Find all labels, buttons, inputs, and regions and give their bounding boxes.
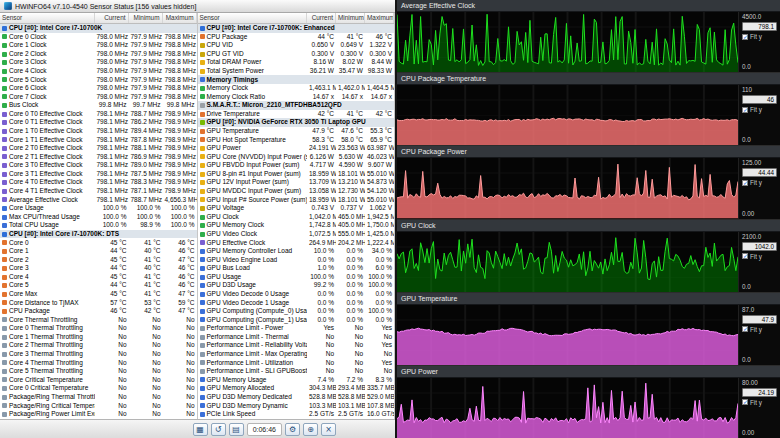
sensor-row[interactable]: GPU 12V Input Power (sum)13.709 W13.210 … [198,178,395,187]
sensor-row[interactable]: GPU FBVDD Input Power (sum)4.717 W4.590 … [198,161,395,170]
sensor-row[interactable]: Performance Limit - UtilizationNoNoYes [198,359,395,368]
sensor-row[interactable]: GPU Computing (Compute_1) Usage0.0 %0.0 … [198,316,395,325]
column-header-minimum[interactable]: Minimum [336,13,365,23]
sensor-row[interactable]: CPU GT VID0.300 V0.300 V0.300 V [198,50,395,59]
window-titlebar[interactable]: HWiNFO64 v7.10-4540 Sensor Status [156 v… [0,0,395,13]
fit-y-checkbox[interactable]: ✓ [742,399,748,405]
sensor-row[interactable]: Core 344 °C40 °C46 °C [0,264,197,273]
column-header-sensor[interactable]: Sensor [198,13,308,23]
sensor-row[interactable]: Core 0 T1 Effective Clock798.1 MHz786.2 … [0,118,197,127]
sensor-row[interactable]: Performance Limit - ThermalNoNoNo [198,333,395,342]
column-header-maximum[interactable]: Maximum [365,13,394,23]
settings-gear-button[interactable]: ⚙ [285,423,300,436]
sensor-row[interactable]: Performance Limit - Reliability VoltageN… [198,341,395,350]
fit-y-checkbox[interactable]: ✓ [742,34,748,40]
column-header-sensor[interactable]: Sensor [0,13,95,23]
sensor-group-row[interactable]: CPU [#0]: Intel Core i7-10700K: DTS [0,230,197,239]
sensor-row[interactable]: Core 5 Clock798.0 MHz797.9 MHz798.8 MHz [0,75,197,84]
sensor-row[interactable]: GPU Usage100.0 %0.0 %100.0 % [198,273,395,282]
sensor-row[interactable]: Total CPU Usage100.0 %98.9 %100.0 % [0,221,197,230]
sensor-row[interactable]: Core 3 Thermal ThrottlingNoNoNo [0,350,197,359]
sensor-row[interactable]: Core 1 Thermal ThrottlingNoNoNo [0,333,197,342]
sensor-row[interactable]: GPU Video Decode 1 Usage0.0 %0.0 %0.0 % [198,299,395,308]
sensor-row[interactable]: Package/Ring Thermal ThrottlingNoNoNo [0,393,197,402]
sensor-row[interactable]: Core Critical TemperatureNoNoNo [0,376,197,385]
sensor-row[interactable]: GPU Clock1,042.0 MHz465.0 MHz1,942.5 MHz [198,213,395,222]
sensor-row[interactable]: Core 2 Clock798.0 MHz797.9 MHz798.8 MHz [0,50,197,59]
sensor-row[interactable]: GPU Bus Load1.0 %0.0 %6.0 % [198,264,395,273]
fit-y-checkbox[interactable]: ✓ [742,326,748,332]
sensor-row[interactable]: CPU VID0.650 V0.649 V1.322 V [198,41,395,50]
sensor-row[interactable]: Core 5 Thermal ThrottlingNoNoNo [0,367,197,376]
add-graph-button[interactable]: ⊕ [303,423,318,436]
graph-title[interactable]: CPU Package Power [397,146,780,158]
sensor-group-row[interactable]: GPU [#0]: NVIDIA GeForce RTX 3050 Ti Lap… [198,118,395,127]
close-button[interactable]: × [321,423,336,436]
sensor-row[interactable]: Performance Limit - Max Operating Voltag… [198,350,395,359]
sensor-row[interactable]: Core 045 °C41 °C46 °C [0,238,197,247]
sensor-row[interactable]: Package/Ring Critical TemperatureNoNoNo [0,401,197,410]
sensor-row[interactable]: Core 3 T0 Effective Clock798.1 MHz789.0 … [0,161,197,170]
sensor-row[interactable]: Total DRAM Power8.16 W8.02 W8.44 W [198,58,395,67]
fit-y-checkbox[interactable]: ✓ [742,253,748,259]
sensor-row[interactable]: PCIe Link Speed2.5 GT/s2.5 GT/s16.0 GT/s [198,410,395,419]
sensor-row[interactable]: Core 245 °C41 °C47 °C [0,256,197,265]
reset-min-max-button[interactable]: ↺ [211,423,226,436]
sensor-row[interactable]: GPU Video Decode 0 Usage0.0 %0.0 %0.0 % [198,290,395,299]
sensor-row[interactable]: GPU Memory Clock1,742.8 MHz405.0 MHz1,75… [198,221,395,230]
sensor-row[interactable]: GPU Video Engine Load0.0 %0.0 %0.0 % [198,256,395,265]
sensor-row[interactable]: Core 3 Clock798.0 MHz797.9 MHz798.8 MHz [0,58,197,67]
sensor-row[interactable]: GPU 8-pin #1 Input Power (sum)18.959 W18… [198,170,395,179]
column-header-current[interactable]: Current [307,13,336,23]
sensor-row[interactable]: GPU Memory Controller Load10.0 %0.0 %34.… [198,247,395,256]
sensor-row[interactable]: GPU D3D Usage99.2 %0.0 %100.0 % [198,281,395,290]
column-header-current[interactable]: Current [95,13,129,23]
sensor-row[interactable]: GPU Hot Spot Temperature58.3 °C58.0 °C65… [198,136,395,145]
sensor-row[interactable]: GPU Video Clock1,072.5 MHz555.0 MHz1,425… [198,230,395,239]
sensor-row[interactable]: Performance Limit - PowerYesNoYes [198,324,395,333]
sensor-row[interactable]: CPU Package44 °C41 °C46 °C [198,33,395,42]
sensor-row[interactable]: Core 445 °C41 °C46 °C [0,273,197,282]
sensor-row[interactable]: Core 0 Clock798.0 MHz797.9 MHz798.8 MHz [0,33,197,42]
sensor-row[interactable]: Core Distance to TjMAX57 °C53 °C59 °C [0,299,197,308]
sensor-row[interactable]: GPU Effective Clock264.9 MHz204.2 MHz1,2… [198,238,395,247]
sensor-row[interactable]: GPU Temperature47.9 °C47.6 °C55.3 °C [198,127,395,136]
sensor-row[interactable]: Core 1 Clock798.0 MHz797.9 MHz798.8 MHz [0,41,197,50]
graph-title[interactable]: GPU Temperature [397,293,780,305]
sensor-row[interactable]: Core 0 Thermal ThrottlingNoNoNo [0,324,197,333]
sensor-row[interactable]: Max CPU/Thread Usage100.0 %100.0 %100.0 … [0,213,197,222]
graph-title[interactable]: Average Effective Clock [397,0,780,12]
sensor-row[interactable]: GPU D3D Memory Dedicated528.8 MB528.8 MB… [198,393,395,402]
sensor-row[interactable]: GPU Input P# Source Power (sum)18.959 W1… [198,196,395,205]
graph-title[interactable]: GPU Clock [397,220,780,232]
fit-y-checkbox[interactable]: ✓ [742,107,748,113]
graph-title[interactable]: CPU Package Temperature [397,73,780,85]
sensor-group-row[interactable]: CPU [#0]: Intel Core i7-10700K: Enhanced [198,24,395,33]
sensor-row[interactable]: Core Max45 °C41 °C47 °C [0,290,197,299]
sensor-row[interactable]: Core 4 T0 Effective Clock798.1 MHz788.3 … [0,178,197,187]
sensor-row[interactable]: GPU MVDDC Input Power (sum)13.058 W12.73… [198,187,395,196]
sensor-group-row[interactable]: CPU [#0]: Intel Core i7-10700K [0,24,197,33]
sensor-row[interactable]: GPU Voltage0.743 V0.737 V1.062 V [198,204,395,213]
sensor-row[interactable]: Memory Clock Ratio14.67 x14.67 x14.67 x [198,93,395,102]
sensor-row[interactable]: Bus Clock99.8 MHz99.7 MHz99.8 MHz [0,101,197,110]
sensor-row[interactable]: GPU Memory Allocated304.3 MB293.4 MB335.… [198,384,395,393]
sensor-row[interactable]: Package/Ring Power Limit ExceededNoNoNo [0,410,197,419]
sensor-row[interactable]: Core 0 Critical TemperatureNoNoNo [0,384,197,393]
graph-title[interactable]: GPU Power [397,366,780,378]
sensors-grid-button[interactable]: ▦ [193,423,208,436]
sensor-row[interactable]: Core 0 T0 Effective Clock798.1 MHz788.7 … [0,110,197,119]
sensor-row[interactable]: Core 3 T1 Effective Clock798.1 MHz787.5 … [0,170,197,179]
sensor-row[interactable]: GPU Power24.191 W23.563 W63.987 W [198,144,395,153]
sensor-group-row[interactable]: Memory Timings [198,75,395,84]
sensor-row[interactable]: Drive Temperature42 °C41 °C42 °C [198,110,395,119]
sensor-row[interactable]: Core 1 T1 Effective Clock798.1 MHz787.8 … [0,136,197,145]
column-header-maximum[interactable]: Maximum [163,13,197,23]
sensor-row[interactable]: Core 144 °C40 °C46 °C [0,247,197,256]
sensor-row[interactable]: Core 1 T0 Effective Clock798.1 MHz789.4 … [0,127,197,136]
sensor-row[interactable]: Total System Power36.21 W35.47 W98.33 W [198,67,395,76]
sensor-row[interactable]: Core 2 T1 Effective Clock798.1 MHz786.9 … [0,153,197,162]
sensor-row[interactable]: Average Effective Clock798.1 MHz788.7 MH… [0,196,197,205]
sensor-row[interactable]: GPU D3D Memory Dynamic103.3 MB103.1 MB10… [198,401,395,410]
sensor-row[interactable]: Core 544 °C41 °C46 °C [0,281,197,290]
